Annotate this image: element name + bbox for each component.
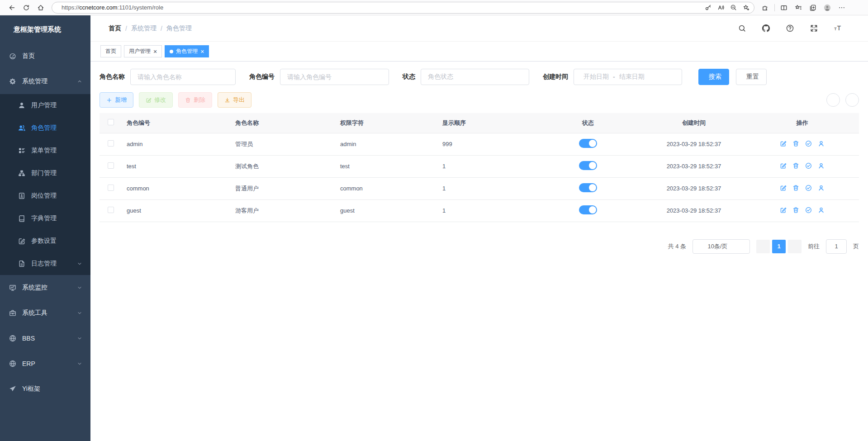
close-icon[interactable]: × — [200, 48, 204, 55]
sidebar-item-system[interactable]: 系统管理 — [0, 69, 90, 94]
prev-page-button[interactable] — [756, 240, 770, 253]
breadcrumb-item[interactable]: 系统管理 — [131, 24, 157, 33]
split-screen-icon[interactable] — [777, 1, 791, 14]
sidebar-item-post-mgmt[interactable]: 岗位管理 — [0, 185, 90, 207]
cell-created: 2023-03-29 18:52:37 — [642, 199, 745, 222]
status-toggle[interactable] — [579, 183, 597, 192]
edit-sq-icon[interactable] — [780, 140, 787, 147]
read-aloud-icon[interactable] — [714, 3, 727, 13]
refresh-icon[interactable] — [19, 1, 33, 14]
svg-text:T: T — [837, 24, 841, 32]
close-icon[interactable]: × — [153, 48, 157, 55]
url-text[interactable]: https://ccnetcore.com:1101/system/role — [62, 4, 702, 11]
collections-icon[interactable] — [806, 1, 820, 14]
edit-sq-icon[interactable] — [780, 162, 787, 169]
trash-icon[interactable] — [792, 185, 799, 191]
goto-label: 前往 — [808, 242, 820, 251]
role-name-input[interactable] — [130, 69, 236, 85]
breadcrumb-item[interactable]: 首页 — [109, 24, 121, 33]
next-page-button[interactable] — [788, 240, 802, 253]
favorite-add-icon[interactable] — [740, 3, 752, 13]
check-circle-icon[interactable] — [805, 185, 812, 191]
status-toggle[interactable] — [579, 205, 597, 214]
extensions-icon[interactable] — [758, 1, 773, 14]
chevron-down-icon — [77, 261, 82, 266]
row-checkbox[interactable] — [108, 162, 114, 169]
page-number-1[interactable]: 1 — [772, 240, 786, 253]
copilot-icon[interactable] — [849, 1, 863, 14]
user-o-icon[interactable] — [818, 162, 825, 169]
column-header[interactable]: 角色名称 — [231, 113, 336, 133]
sidebar-item-bbs[interactable]: BBS — [0, 326, 90, 351]
modify-button[interactable]: 修改 — [139, 92, 173, 108]
sidebar-item-dict-mgmt[interactable]: 字典管理 — [0, 207, 90, 230]
zoom-out-icon[interactable] — [727, 3, 740, 13]
check-circle-icon[interactable] — [805, 207, 812, 213]
tab-user-mgmt[interactable]: 用户管理 × — [124, 45, 162, 57]
tab-role-mgmt[interactable]: 角色管理 × — [165, 45, 209, 57]
role-code-input[interactable] — [280, 69, 389, 85]
profile-avatar[interactable] — [820, 1, 835, 14]
key-icon[interactable] — [702, 3, 714, 13]
refresh-table-button[interactable] — [845, 93, 859, 107]
check-circle-icon[interactable] — [805, 162, 812, 169]
column-header[interactable]: 状态 — [534, 113, 642, 133]
sidebar-item-dept-mgmt[interactable]: 部门管理 — [0, 162, 90, 185]
column-header[interactable]: 操作 — [745, 113, 859, 133]
trash-icon[interactable] — [792, 140, 799, 147]
sidebar-item-log-mgmt[interactable]: 日志管理 — [0, 252, 90, 275]
app-logo: 意框架管理系统 — [0, 15, 90, 43]
more-options-icon[interactable] — [835, 1, 849, 14]
edit-sq-icon[interactable] — [780, 207, 787, 213]
trash-icon[interactable] — [792, 207, 799, 213]
home-icon[interactable] — [33, 1, 48, 14]
column-header[interactable]: 权限字符 — [336, 113, 438, 133]
export-button[interactable]: 导出 — [218, 92, 251, 108]
fullscreen-icon[interactable] — [806, 22, 821, 35]
sidebar-item-erp[interactable]: ERP — [0, 351, 90, 376]
column-header[interactable]: 创建时间 — [642, 113, 745, 133]
select-all-checkbox[interactable] — [108, 119, 114, 125]
sidebar-item-home[interactable]: 首页 — [0, 43, 90, 69]
row-checkbox[interactable] — [108, 140, 114, 147]
add-button[interactable]: 新增 — [100, 92, 133, 108]
sidebar-item-yiframe[interactable]: Yi框架 — [0, 376, 90, 402]
status-toggle[interactable] — [579, 139, 597, 148]
user-o-icon[interactable] — [818, 207, 825, 213]
trash-icon[interactable] — [792, 162, 799, 169]
search-icon[interactable] — [735, 22, 749, 35]
status-toggle[interactable] — [579, 161, 597, 170]
user-o-icon[interactable] — [818, 185, 825, 191]
goto-page-input[interactable] — [826, 239, 847, 254]
tab-home[interactable]: 首页 — [100, 45, 121, 57]
favorites-icon[interactable] — [791, 1, 806, 14]
edit-sq-icon[interactable] — [780, 185, 787, 191]
sidebar-item-menu-mgmt[interactable]: 菜单管理 — [0, 139, 90, 162]
sidebar-item-tools[interactable]: 系统工具 — [0, 300, 90, 326]
column-header[interactable]: 角色编号 — [122, 113, 231, 133]
status-select[interactable]: 角色状态 — [421, 69, 529, 85]
row-checkbox[interactable] — [108, 207, 114, 213]
show-search-button[interactable] — [826, 93, 840, 107]
user-o-icon[interactable] — [818, 140, 825, 147]
search-button[interactable]: 搜索 — [698, 69, 729, 85]
sidebar-item-role-mgmt[interactable]: 角色管理 — [0, 117, 90, 139]
browser-actions — [758, 1, 863, 14]
cell-role-code: admin — [122, 133, 231, 155]
column-header[interactable]: 显示顺序 — [438, 113, 534, 133]
sidebar-item-monitor[interactable]: 系统监控 — [0, 275, 90, 300]
font-size-icon[interactable]: TT — [830, 22, 845, 35]
address-bar[interactable]: https://ccnetcore.com:1101/system/role — [52, 2, 754, 14]
delete-button[interactable]: 删除 — [178, 92, 212, 108]
check-circle-icon[interactable] — [805, 140, 812, 147]
sidebar-item-param-settings[interactable]: 参数设置 — [0, 230, 90, 252]
help-icon[interactable] — [783, 22, 797, 35]
github-icon[interactable] — [759, 22, 773, 35]
cell-perm: admin — [336, 133, 438, 155]
back-icon[interactable] — [5, 1, 19, 14]
sidebar-item-user-mgmt[interactable]: 用户管理 — [0, 94, 90, 117]
row-checkbox[interactable] — [108, 185, 114, 191]
reset-button[interactable]: 重置 — [736, 69, 767, 85]
date-range-picker[interactable]: 开始日期 - 结束日期 — [574, 69, 682, 85]
page-size-select[interactable]: 10条/页 — [693, 239, 750, 254]
